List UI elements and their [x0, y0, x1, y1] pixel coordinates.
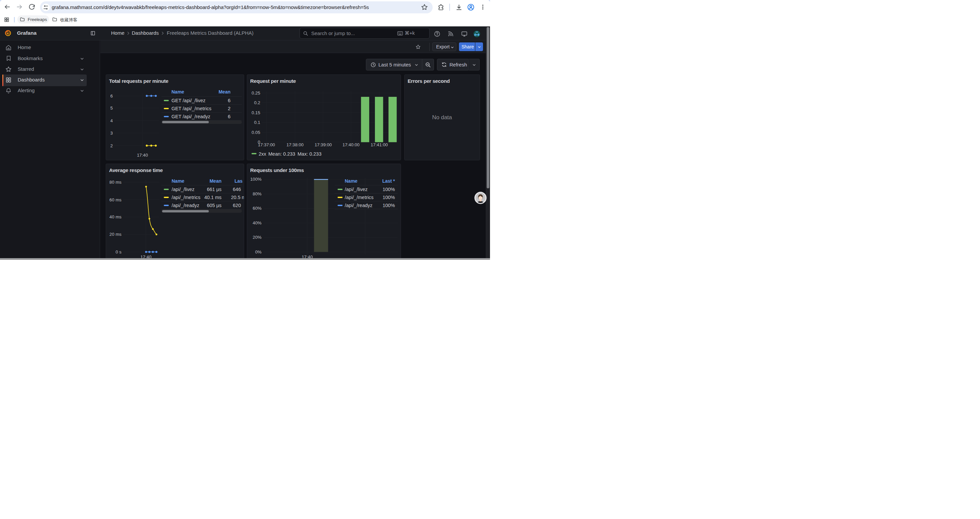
svg-text:17:39:00: 17:39:00 — [315, 142, 332, 147]
svg-text:60 ms: 60 ms — [110, 197, 121, 202]
svg-text:40%: 40% — [253, 220, 262, 225]
svg-text:0.1: 0.1 — [254, 120, 260, 125]
svg-text:0 s: 0 s — [115, 249, 121, 254]
svg-text:6: 6 — [110, 94, 113, 99]
svg-text:5: 5 — [110, 105, 113, 110]
svg-text:4: 4 — [110, 118, 113, 123]
svg-text:0.15: 0.15 — [251, 110, 260, 115]
svg-text:17:40: 17:40 — [137, 153, 148, 158]
svg-text:0%: 0% — [255, 249, 261, 254]
svg-text:80%: 80% — [253, 191, 262, 196]
svg-text:0.05: 0.05 — [251, 130, 260, 135]
svg-text:17:40:00: 17:40:00 — [342, 142, 360, 147]
svg-text:40 ms: 40 ms — [110, 214, 121, 219]
svg-text:17:37:00: 17:37:00 — [258, 142, 275, 147]
svg-text:0.25: 0.25 — [251, 91, 260, 96]
svg-text:2: 2 — [110, 143, 113, 148]
svg-text:80 ms: 80 ms — [110, 180, 121, 185]
svg-text:0: 0 — [258, 140, 260, 145]
svg-text:3: 3 — [110, 131, 113, 136]
svg-text:17:38:00: 17:38:00 — [286, 142, 304, 147]
svg-text:20 ms: 20 ms — [110, 232, 121, 237]
svg-text:60%: 60% — [253, 206, 262, 211]
svg-text:100%: 100% — [250, 177, 261, 182]
svg-text:20%: 20% — [253, 235, 262, 240]
svg-text:17:41:00: 17:41:00 — [371, 142, 388, 147]
svg-text:0.2: 0.2 — [254, 100, 260, 105]
